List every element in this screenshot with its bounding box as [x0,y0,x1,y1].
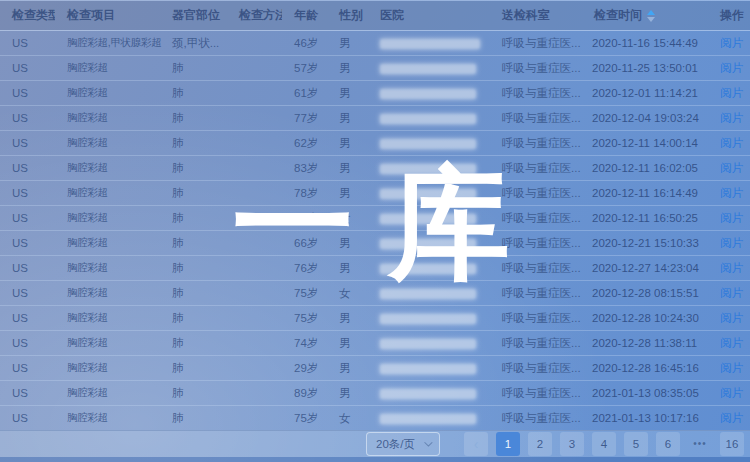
cell-age: 75岁 [282,281,327,306]
cell-exam_time: 2020-12-28 16:45:16 [582,356,708,381]
view-images-link[interactable]: 阅片 [720,412,743,424]
cell-exam_type: US [0,306,55,331]
cell-exam_time: 2020-12-11 16:50:25 [582,206,708,231]
pagination-ellipsis[interactable]: ••• [688,432,712,456]
cell-gender: 女 [327,281,368,306]
table-row: US胸腔彩超肺77岁男呼吸与重症医...2020-12-04 19:03:24阅… [0,106,750,131]
view-images-link[interactable]: 阅片 [720,212,743,224]
cell-exam_type: US [0,356,55,381]
hospital-redacted-block [380,164,476,174]
page-button-16[interactable]: 16 [720,432,744,456]
cell-age: 29岁 [282,356,327,381]
hospital-redacted-block [380,389,476,399]
view-images-link[interactable]: 阅片 [720,187,743,199]
view-images-link[interactable]: 阅片 [720,362,743,374]
table-row: US胸腔彩超肺57岁男呼吸与重症医...2020-11-25 13:50:01阅… [0,56,750,81]
cell-hospital [368,31,490,56]
cell-exam_item: 胸腔彩超 [55,356,160,381]
view-images-link[interactable]: 阅片 [720,37,743,49]
cell-action: 阅片 [708,81,750,106]
page-button-3[interactable]: 3 [560,432,584,456]
view-images-link[interactable]: 阅片 [720,312,743,324]
cell-method [227,156,282,181]
cell-age: 66岁 [282,231,327,256]
column-header-gender: 性别 [327,1,368,31]
view-images-link[interactable]: 阅片 [720,137,743,149]
cell-method [227,331,282,356]
view-images-link[interactable]: 阅片 [720,387,743,399]
cell-department: 呼吸与重症医... [490,331,582,356]
view-images-link[interactable]: 阅片 [720,337,743,349]
page-button-2[interactable]: 2 [528,432,552,456]
cell-gender: 男 [327,181,368,206]
column-header-exam_item: 检查项目 [55,1,160,31]
cell-hospital [368,181,490,206]
cell-department: 呼吸与重症医... [490,31,582,56]
cell-organ: 肺 [160,356,227,381]
prev-page-button[interactable]: ‹ [464,432,488,456]
table-row: US胸腔彩超肺62岁男呼吸与重症医...2020-12-11 14:00:14阅… [0,131,750,156]
cell-method [227,206,282,231]
cell-organ: 肺 [160,381,227,406]
cell-hospital [368,256,490,281]
cell-action: 阅片 [708,256,750,281]
cell-exam_time: 2020-12-11 16:02:05 [582,156,708,181]
cell-exam_item: 胸腔彩超 [55,231,160,256]
cell-method [227,131,282,156]
cell-hospital [368,56,490,81]
cell-exam_type: US [0,181,55,206]
cell-action: 阅片 [708,206,750,231]
view-images-link[interactable]: 阅片 [720,162,743,174]
table-row: US胸腔彩超肺29岁男呼吸与重症医...2020-12-28 16:45:16阅… [0,356,750,381]
cell-action: 阅片 [708,106,750,131]
chevron-left-icon: ‹ [474,436,479,452]
hospital-redacted-block [380,264,476,274]
view-images-link[interactable]: 阅片 [720,87,743,99]
cell-gender: 男 [327,156,368,181]
cell-exam_time: 2020-12-11 16:14:49 [582,181,708,206]
column-header-exam_time[interactable]: 检查时间 [582,1,708,31]
sort-descending-icon[interactable] [647,17,655,22]
sort-icon[interactable] [647,10,655,22]
page-button-5[interactable]: 5 [624,432,648,456]
cell-method [227,231,282,256]
table-row: US胸腔彩超,甲状腺彩超颈,甲状...46岁男呼吸与重症医...2020-11-… [0,31,750,56]
page-button-1[interactable]: 1 [496,432,520,456]
cell-exam_type: US [0,331,55,356]
cell-exam_type: US [0,206,55,231]
cell-organ: 肺 [160,306,227,331]
column-label: 送检科室 [502,8,550,22]
view-images-link[interactable]: 阅片 [720,62,743,74]
page-size-select[interactable]: 20条/页 [366,432,440,456]
cell-action: 阅片 [708,406,750,431]
cell-organ: 肺 [160,131,227,156]
table-row: US胸腔彩超肺83岁男呼吸与重症医...2020-12-11 16:02:05阅… [0,156,750,181]
hospital-redacted-block [380,139,476,149]
cell-action: 阅片 [708,381,750,406]
view-images-link[interactable]: 阅片 [720,237,743,249]
column-label: 年龄 [294,8,318,22]
view-images-link[interactable]: 阅片 [720,287,743,299]
cell-method [227,256,282,281]
cell-method [227,281,282,306]
cell-hospital [368,306,490,331]
cell-action: 阅片 [708,331,750,356]
sort-ascending-icon[interactable] [647,10,655,15]
cell-gender: 女 [327,406,368,431]
page-button-4[interactable]: 4 [592,432,616,456]
page-button-6[interactable]: 6 [656,432,680,456]
cell-action: 阅片 [708,231,750,256]
view-images-link[interactable]: 阅片 [720,112,743,124]
hospital-redacted-block [380,214,476,224]
view-images-link[interactable]: 阅片 [720,262,743,274]
cell-age: 62岁 [282,131,327,156]
table-header-row: 检查类型检查项目器官部位检查方法年龄性别医院送检科室检查时间操作 [0,1,750,31]
hospital-redacted-block [380,314,476,324]
cell-exam_item: 胸腔彩超 [55,181,160,206]
cell-action: 阅片 [708,156,750,181]
cell-exam_type: US [0,256,55,281]
column-label: 检查类型 [12,8,55,22]
cell-department: 呼吸与重症医... [490,56,582,81]
cell-hospital [368,106,490,131]
cell-age: 76岁 [282,256,327,281]
